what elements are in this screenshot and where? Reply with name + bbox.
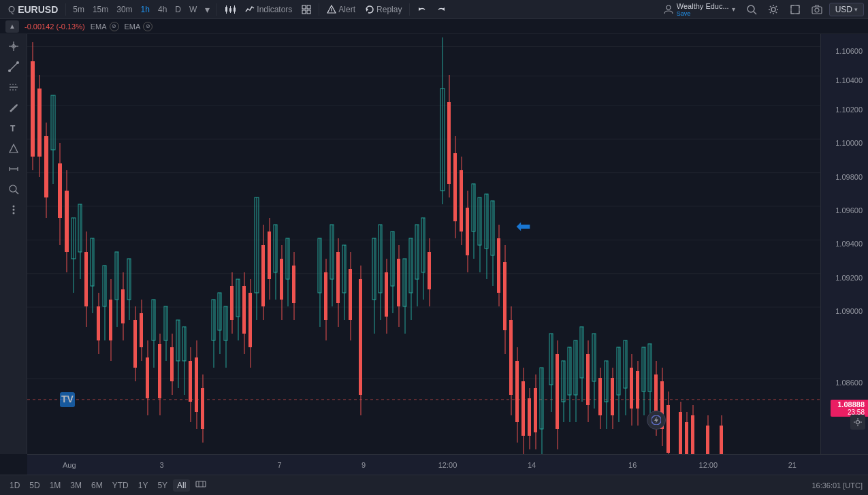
svg-rect-234 [630, 368, 633, 409]
chart-main[interactable]: ⬅ TV [27, 34, 820, 454]
alert-button[interactable]: Alert [323, 3, 359, 16]
timeframe-5m[interactable]: 5m [69, 3, 88, 16]
price-axis-settings[interactable] [850, 415, 865, 430]
svg-point-24 [815, 8, 819, 12]
svg-rect-248 [679, 412, 682, 454]
svg-rect-150 [349, 269, 352, 320]
time-label-21: 21 [788, 461, 797, 469]
svg-text:TV: TV [61, 394, 74, 404]
svg-rect-267 [196, 481, 206, 487]
timeframe-more[interactable]: ▾ [202, 3, 213, 16]
replay-button[interactable]: Replay [361, 3, 406, 16]
svg-point-14 [332, 11, 332, 12]
svg-rect-162 [397, 259, 400, 306]
timeframe-30m[interactable]: 30m [113, 3, 135, 16]
svg-rect-198 [515, 361, 519, 422]
fib-tool[interactable] [3, 78, 25, 97]
timeframe-d[interactable]: D [172, 3, 184, 16]
svg-rect-180 [460, 170, 463, 231]
svg-rect-96 [158, 344, 161, 398]
svg-point-30 [16, 61, 19, 64]
timeframe-w[interactable]: W [186, 3, 200, 16]
svg-rect-196 [509, 320, 513, 395]
currency-label: USD [835, 5, 852, 14]
period-3m[interactable]: 3M [66, 479, 86, 492]
price-label-2: 1.10400 [835, 76, 868, 84]
compare-button[interactable] [191, 477, 210, 493]
svg-rect-124 [248, 293, 252, 347]
gear-icon [768, 4, 779, 15]
period-ytd[interactable]: YTD [108, 479, 133, 492]
svg-point-18 [666, 5, 671, 10]
ema2-label: EMA [125, 22, 141, 31]
crosshair-tool[interactable] [3, 37, 25, 56]
time-label-1200a: 12:00 [438, 461, 457, 469]
measure-tool[interactable] [3, 159, 25, 178]
ema1-visibility-toggle[interactable]: ⊘ [110, 22, 119, 31]
chevron-down-icon: ▾ [732, 5, 735, 13]
alert-label: Alert [338, 5, 355, 14]
svg-line-28 [10, 63, 18, 71]
collapse-button[interactable]: ▲ [5, 20, 19, 33]
trend-line-tool[interactable] [3, 57, 25, 76]
period-1m[interactable]: 1M [46, 479, 65, 492]
svg-rect-256 [720, 426, 723, 454]
layout-button[interactable] [298, 3, 315, 16]
svg-point-21 [771, 7, 775, 12]
svg-rect-106 [189, 361, 192, 402]
price-label-5: 1.09800 [835, 173, 868, 181]
bottom-right: 16:36:01 [UTC] [811, 481, 863, 490]
chart-type-button[interactable] [221, 3, 240, 16]
currency-selector[interactable]: USD ▾ [829, 3, 864, 16]
camera-button[interactable] [807, 3, 826, 16]
timeframe-15m[interactable]: 15m [89, 3, 112, 16]
zoom-tool[interactable] [3, 180, 25, 199]
text-tool[interactable]: T [3, 118, 25, 138]
symbol-selector[interactable]: Q EURUSD [4, 3, 62, 16]
svg-rect-58 [37, 89, 42, 157]
brush-tool[interactable] [3, 98, 25, 117]
current-price-value: 1.08888 [834, 400, 865, 409]
period-6m[interactable]: 6M [87, 479, 107, 492]
price-label-8: 1.09200 [835, 274, 868, 282]
user-section[interactable]: Wealthy Educ... Save ▾ [659, 1, 739, 18]
more-tools[interactable] [3, 200, 25, 219]
indicators-button[interactable]: Indicators [241, 3, 296, 16]
svg-rect-12 [307, 10, 310, 14]
svg-rect-118 [230, 286, 234, 320]
magnify-icon [746, 4, 757, 15]
period-1y[interactable]: 1Y [134, 479, 152, 492]
timeframe-1h[interactable]: 1h [138, 3, 153, 16]
svg-rect-72 [84, 252, 88, 306]
period-all[interactable]: All [173, 479, 190, 492]
undo-button[interactable] [413, 3, 431, 16]
redo-button[interactable] [432, 3, 450, 16]
user-icon [663, 4, 674, 15]
search-icon: Q [8, 4, 15, 14]
svg-rect-178 [453, 153, 457, 221]
time-axis: Aug 3 7 9 12:00 14 16 12:00 21 [27, 454, 868, 475]
period-5d[interactable]: 5D [25, 479, 44, 492]
symbol-name: EURUSD [18, 4, 58, 15]
svg-marker-17 [442, 7, 445, 11]
divider-1 [65, 3, 66, 16]
svg-rect-204 [534, 388, 537, 432]
svg-rect-146 [336, 252, 340, 303]
search-ticker-button[interactable] [742, 3, 761, 16]
layout-icon [302, 5, 311, 14]
ema2-visibility-toggle[interactable]: ⊘ [143, 22, 152, 31]
fullscreen-button[interactable] [786, 3, 805, 16]
svg-rect-3 [229, 8, 231, 12]
time-label-aug: Aug [63, 461, 76, 469]
shape-tool[interactable] [3, 139, 25, 158]
lightning-button[interactable] [647, 411, 666, 430]
settings-button[interactable] [764, 3, 783, 16]
svg-rect-90 [140, 313, 143, 347]
svg-rect-202 [528, 398, 531, 436]
svg-rect-128 [261, 245, 265, 306]
period-5y[interactable]: 5Y [153, 479, 172, 492]
period-1d[interactable]: 1D [5, 479, 24, 492]
svg-rect-236 [636, 371, 639, 409]
price-label-6: 1.09600 [835, 206, 868, 214]
timeframe-4h[interactable]: 4h [155, 3, 170, 16]
